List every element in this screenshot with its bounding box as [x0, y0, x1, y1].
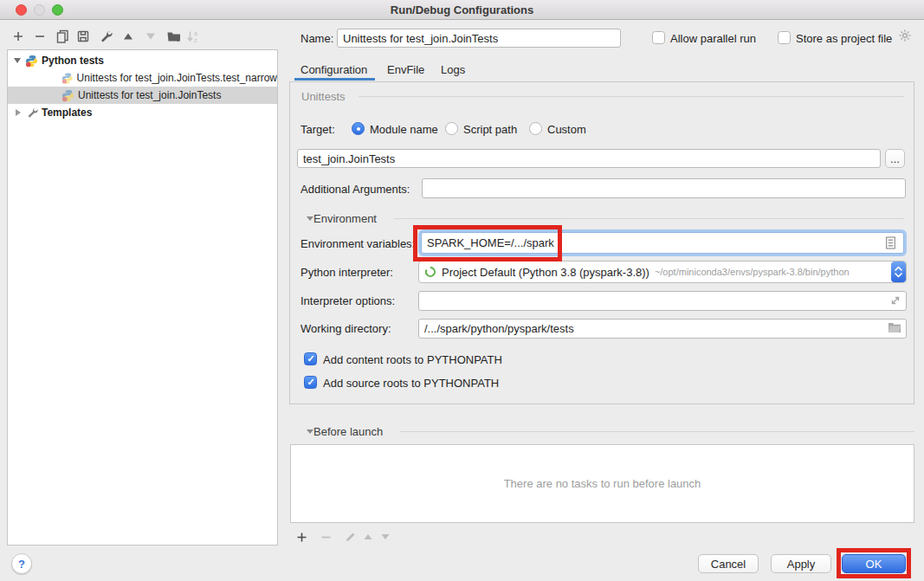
configurations-tree: Python tests Unittests for test_join.Joi…: [7, 49, 278, 545]
browse-target-button[interactable]: ...: [885, 149, 905, 168]
environment-variables-label: Environment variables:: [300, 237, 415, 250]
remove-configuration-icon[interactable]: [32, 29, 48, 44]
python-interpreter-select[interactable]: Project Default (Python 3.8 (pyspark-3.8…: [418, 261, 907, 283]
svg-text:z: z: [194, 37, 197, 43]
edit-templates-wrench-icon[interactable]: [98, 29, 113, 44]
section-divider: [394, 218, 904, 219]
python-interpreter-path: ~/opt/miniconda3/envs/pyspark-3.8/bin/py…: [655, 267, 850, 277]
before-launch-tasks-panel: There are no tasks to run before launch: [290, 444, 914, 523]
section-divider: [400, 431, 914, 432]
copy-configuration-icon[interactable]: [55, 29, 70, 44]
before-launch-section-title: Before launch: [313, 425, 383, 438]
tree-item-templates[interactable]: Templates: [8, 104, 277, 121]
add-source-roots-checkbox[interactable]: [304, 376, 317, 389]
store-as-project-file-label: Store as project file: [796, 32, 892, 45]
add-source-roots-label: Add source roots to PYTHONPATH: [323, 377, 499, 390]
zoom-window-button[interactable]: [52, 4, 63, 16]
tree-item-unittests-jointests[interactable]: Unittests for test_join.JoinTests: [8, 87, 277, 104]
tree-item-label: Templates: [42, 107, 92, 119]
tab-envfile[interactable]: EnvFile: [387, 63, 424, 76]
unittests-section-title: Unittests: [301, 90, 346, 103]
name-input[interactable]: [337, 29, 621, 48]
run-debug-configurations-dialog: Run/Debug Configurations az Python tests: [0, 0, 924, 581]
add-task-icon[interactable]: [294, 530, 308, 544]
working-directory-label: Working directory:: [300, 322, 391, 335]
python-interpreter-label: Python interpreter:: [300, 266, 393, 279]
cancel-button[interactable]: Cancel: [698, 554, 759, 573]
edit-task-icon: [343, 530, 357, 544]
move-task-down-icon: [378, 530, 392, 544]
new-folder-icon[interactable]: [166, 29, 182, 44]
target-label: Target:: [300, 123, 335, 136]
apply-button[interactable]: Apply: [771, 554, 831, 573]
environment-variables-input[interactable]: [421, 232, 904, 254]
no-tasks-message: There are no tasks to run before launch: [504, 477, 701, 490]
additional-arguments-input[interactable]: [422, 178, 906, 198]
add-content-roots-checkbox[interactable]: [304, 352, 317, 365]
tree-item-unittests-narrow[interactable]: Unittests for test_join.JoinTests.test_n…: [8, 69, 277, 87]
title-bar: Run/Debug Configurations: [0, 0, 924, 20]
name-label: Name:: [300, 32, 333, 45]
interpreter-options-input[interactable]: [418, 291, 907, 311]
target-module-name-label: Module name: [370, 123, 438, 136]
allow-parallel-run-label: Allow parallel run: [670, 32, 756, 45]
python-test-icon: [61, 89, 74, 102]
move-up-icon[interactable]: [120, 29, 136, 44]
tab-logs[interactable]: Logs: [441, 63, 465, 76]
python-tests-icon: [25, 55, 38, 68]
working-directory-input[interactable]: [418, 319, 907, 339]
target-script-path-label: Script path: [463, 123, 517, 136]
interpreter-stepper-icon[interactable]: [891, 261, 906, 282]
target-custom-label: Custom: [547, 123, 586, 136]
before-launch-collapse-icon[interactable]: [307, 429, 313, 434]
active-tab-underline: [294, 78, 375, 81]
target-module-input[interactable]: [297, 149, 881, 168]
target-custom-radio[interactable]: [529, 122, 542, 135]
store-options-gear-icon[interactable]: [897, 28, 913, 43]
remove-task-icon: [319, 530, 333, 544]
help-button[interactable]: ?: [11, 553, 32, 574]
ok-button[interactable]: OK: [842, 554, 906, 573]
tree-item-label: Python tests: [42, 55, 104, 67]
add-configuration-icon[interactable]: [10, 29, 26, 44]
svg-text:a: a: [194, 30, 197, 36]
move-down-icon: [143, 29, 158, 44]
wrench-icon: [26, 107, 38, 119]
close-window-button[interactable]: [16, 4, 27, 16]
target-script-path-radio[interactable]: [445, 122, 458, 135]
additional-arguments-label: Additional Arguments:: [300, 183, 410, 196]
environment-collapse-icon[interactable]: [307, 216, 313, 221]
section-divider: [359, 96, 904, 97]
interpreter-options-label: Interpreter options:: [300, 294, 395, 307]
allow-parallel-run-checkbox[interactable]: [652, 31, 665, 44]
environment-section-title: Environment: [313, 212, 377, 225]
expand-arrow-icon[interactable]: [16, 109, 21, 116]
tree-item-python-tests[interactable]: Python tests: [8, 52, 277, 69]
tree-item-label: Unittests for test_join.JoinTests: [78, 89, 221, 101]
target-module-name-radio[interactable]: [352, 122, 365, 135]
add-content-roots-label: Add content roots to PYTHONPATH: [323, 353, 502, 366]
store-as-project-file-checkbox[interactable]: [778, 31, 791, 44]
tree-item-label: Unittests for test_join.JoinTests.test_n…: [77, 72, 277, 84]
python-interpreter-icon: [424, 266, 436, 278]
tab-configuration[interactable]: Configuration: [300, 63, 367, 76]
python-interpreter-value: Project Default (Python 3.8 (pyspark-3.8…: [442, 266, 649, 279]
sort-alphabetically-icon: az: [185, 29, 201, 44]
minimize-window-button: [34, 4, 45, 16]
move-task-up-icon: [361, 530, 375, 544]
python-test-icon: [61, 72, 74, 85]
save-configuration-icon[interactable]: [75, 29, 91, 44]
window-title: Run/Debug Configurations: [391, 3, 533, 16]
collapse-arrow-icon[interactable]: [14, 58, 21, 63]
